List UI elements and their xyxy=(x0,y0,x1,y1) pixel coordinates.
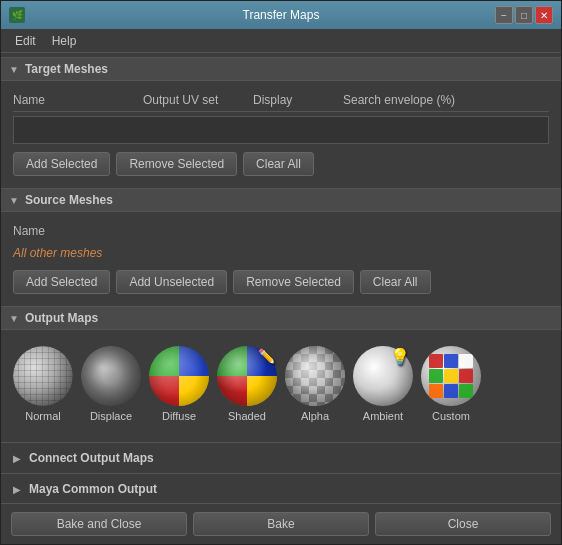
maya-arrow: ▶ xyxy=(13,484,21,495)
diffuse-label: Diffuse xyxy=(162,410,196,422)
displace-label: Displace xyxy=(90,410,132,422)
normal-sphere-visual xyxy=(13,346,73,406)
bulb-icon: 💡 xyxy=(390,347,410,366)
shaded-label: Shaded xyxy=(228,410,266,422)
map-shaded[interactable]: ✏️ Shaded xyxy=(217,346,277,422)
displace-sphere xyxy=(81,346,141,406)
footer: Bake and Close Bake Close xyxy=(1,503,561,544)
map-ambient[interactable]: 💡 Ambient xyxy=(353,346,413,422)
target-add-selected-button[interactable]: Add Selected xyxy=(13,152,110,176)
target-meshes-section: ▼ Target Meshes Name Output UV set Displ… xyxy=(1,57,561,184)
output-maps-section: ▼ Output Maps Normal xyxy=(1,306,561,438)
main-window: 🌿 Transfer Maps − □ ✕ Edit Help ▼ Target… xyxy=(0,0,562,545)
cube-cell-7 xyxy=(429,384,443,398)
maya-label: Maya Common Output xyxy=(29,482,157,496)
ambient-label: Ambient xyxy=(363,410,403,422)
map-custom[interactable]: Custom xyxy=(421,346,481,422)
menu-edit[interactable]: Edit xyxy=(7,32,44,50)
target-meshes-header[interactable]: ▼ Target Meshes xyxy=(1,57,561,81)
window-title: Transfer Maps xyxy=(243,8,320,22)
source-meshes-title: Source Meshes xyxy=(25,193,113,207)
col-uvset-header: Output UV set xyxy=(143,93,253,107)
alpha-label: Alpha xyxy=(301,410,329,422)
shaded-sphere-wrap: ✏️ xyxy=(217,346,277,406)
bake-button[interactable]: Bake xyxy=(193,512,369,536)
menubar: Edit Help xyxy=(1,29,561,53)
map-alpha[interactable]: Alpha xyxy=(285,346,345,422)
normal-label: Normal xyxy=(25,410,60,422)
close-window-button[interactable]: ✕ xyxy=(535,6,553,24)
source-name-label: Name xyxy=(13,220,549,242)
source-clear-button[interactable]: Clear All xyxy=(360,270,431,294)
maps-grid: Normal Displace Diffuse xyxy=(13,338,549,430)
minimize-button[interactable]: − xyxy=(495,6,513,24)
alpha-sphere xyxy=(285,346,345,406)
output-maps-body: Normal Displace Diffuse xyxy=(1,330,561,438)
maximize-button[interactable]: □ xyxy=(515,6,533,24)
col-display-header: Display xyxy=(253,93,343,107)
target-meshes-title: Target Meshes xyxy=(25,62,108,76)
cube-cell-2 xyxy=(444,354,458,368)
output-maps-header[interactable]: ▼ Output Maps xyxy=(1,306,561,330)
title-bar: 🌿 Transfer Maps − □ ✕ xyxy=(1,1,561,29)
map-displace[interactable]: Displace xyxy=(81,346,141,422)
target-meshes-table xyxy=(13,116,549,144)
maya-common-output-row[interactable]: ▶ Maya Common Output xyxy=(1,473,561,503)
target-meshes-arrow: ▼ xyxy=(9,64,19,75)
connect-label: Connect Output Maps xyxy=(29,451,154,465)
close-button[interactable]: Close xyxy=(375,512,551,536)
cube-overlay xyxy=(429,354,473,398)
menu-help[interactable]: Help xyxy=(44,32,85,50)
cube-cell-3 xyxy=(459,354,473,368)
cube-cell-8 xyxy=(444,384,458,398)
normal-sphere xyxy=(13,346,73,406)
col-name-header: Name xyxy=(13,93,143,107)
source-meshes-buttons: Add Selected Add Unselected Remove Selec… xyxy=(13,270,549,294)
output-maps-title: Output Maps xyxy=(25,311,98,325)
target-clear-button[interactable]: Clear All xyxy=(243,152,314,176)
target-remove-selected-button[interactable]: Remove Selected xyxy=(116,152,237,176)
window-icon: 🌿 xyxy=(9,7,25,23)
map-normal[interactable]: Normal xyxy=(13,346,73,422)
custom-label: Custom xyxy=(432,410,470,422)
target-meshes-table-header: Name Output UV set Display Search envelo… xyxy=(13,89,549,112)
connect-arrow: ▶ xyxy=(13,453,21,464)
ambient-wrap: 💡 xyxy=(353,346,413,406)
title-controls: − □ ✕ xyxy=(495,6,553,24)
source-remove-selected-button[interactable]: Remove Selected xyxy=(233,270,354,294)
pencil-icon: ✏️ xyxy=(258,348,275,364)
displace-spikes xyxy=(81,346,141,406)
cube-cell-6 xyxy=(459,369,473,383)
source-meshes-header[interactable]: ▼ Source Meshes xyxy=(1,188,561,212)
cube-cell-5 xyxy=(444,369,458,383)
source-meshes-arrow: ▼ xyxy=(9,195,19,206)
connect-output-maps-row[interactable]: ▶ Connect Output Maps xyxy=(1,442,561,473)
source-add-selected-button[interactable]: Add Selected xyxy=(13,270,110,294)
map-diffuse[interactable]: Diffuse xyxy=(149,346,209,422)
diffuse-sphere xyxy=(149,346,209,406)
col-search-header: Search envelope (%) xyxy=(343,93,549,107)
source-meshes-body: Name All other meshes Add Selected Add U… xyxy=(1,212,561,302)
custom-sphere xyxy=(421,346,481,406)
source-meshes-section: ▼ Source Meshes Name All other meshes Ad… xyxy=(1,188,561,302)
target-meshes-body: Name Output UV set Display Search envelo… xyxy=(1,81,561,184)
cube-cell-4 xyxy=(429,369,443,383)
all-other-meshes-label: All other meshes xyxy=(13,242,549,264)
bake-close-button[interactable]: Bake and Close xyxy=(11,512,187,536)
cube-cell-1 xyxy=(429,354,443,368)
source-add-unselected-button[interactable]: Add Unselected xyxy=(116,270,227,294)
content-area: ▼ Target Meshes Name Output UV set Displ… xyxy=(1,53,561,503)
cube-cell-9 xyxy=(459,384,473,398)
output-maps-arrow: ▼ xyxy=(9,313,19,324)
target-meshes-buttons: Add Selected Remove Selected Clear All xyxy=(13,152,549,176)
